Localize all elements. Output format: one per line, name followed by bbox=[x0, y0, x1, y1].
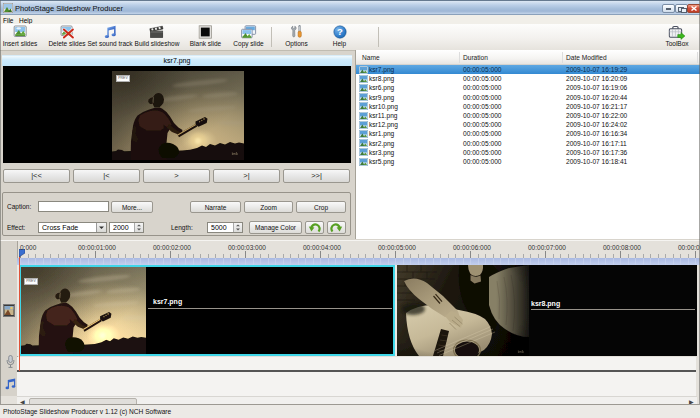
svg-text:kmlk: kmlk bbox=[232, 152, 239, 156]
svg-text:?: ? bbox=[337, 26, 343, 37]
svg-text:kmlk: kmlk bbox=[518, 350, 525, 354]
